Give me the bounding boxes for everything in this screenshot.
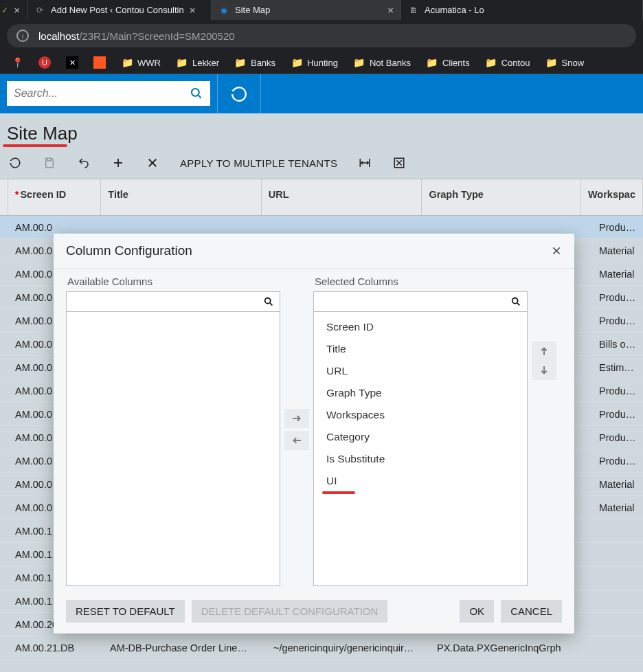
url-input[interactable]: i localhost/23R1/Main?ScreenId=SM200520 [7, 24, 636, 47]
bookmark-folder[interactable]: 📁Contou [480, 54, 536, 71]
order-controls [528, 273, 561, 586]
browser-tab[interactable]: ✓ × [0, 0, 27, 20]
bookmark[interactable]: ✕ [60, 54, 84, 71]
bookmark[interactable]: 📍 [5, 54, 29, 71]
cell-url: ~/genericinquiry/genericinquir… [267, 642, 430, 653]
column-config-dialog: Column Configuration Available Columns S… [54, 234, 574, 634]
bookmark-folder[interactable]: 📁Snow [540, 54, 590, 71]
cell-title: AM-DB-Purchase Order Line… [103, 642, 267, 653]
list-item[interactable]: Workspaces [314, 404, 527, 426]
search-icon[interactable] [510, 296, 521, 307]
app-icon: ✕ [66, 56, 78, 69]
bookmark-folder[interactable]: 📁Clients [420, 54, 475, 71]
list-item[interactable]: Graph Type [314, 382, 527, 404]
page-title: Site Map [3, 113, 82, 146]
table-row[interactable]: AM.00.21.DBAM-DB-Purchase Order Line…~/g… [0, 636, 643, 660]
folder-icon: 📁 [353, 56, 365, 69]
browser-tab-active[interactable]: ◉ Site Map × [212, 0, 401, 20]
browser-tab[interactable]: 🗎 Acumatica - Lo [401, 0, 643, 20]
browser-tab[interactable]: ⟳ Add New Post ‹ Contou Consultin × [27, 0, 212, 20]
col-header-title[interactable]: Title [101, 179, 262, 215]
fit-width-icon[interactable] [358, 157, 372, 169]
cell-workspace: Material [592, 502, 643, 513]
list-item[interactable]: Is Substitute [314, 448, 527, 470]
svg-point-14 [265, 298, 271, 304]
add-icon[interactable] [111, 157, 125, 169]
cancel-button[interactable]: CANCEL [501, 600, 562, 623]
folder-icon: 📁 [234, 56, 247, 69]
apply-tenants-button[interactable]: APPLY TO MULTIPLE TENANTS [180, 157, 337, 169]
tab-title: Add New Post ‹ Contou Consultin [51, 5, 184, 15]
selected-label: Selected Columns [313, 273, 528, 291]
col-header-workspace[interactable]: Workspac [581, 179, 643, 215]
list-item[interactable]: Category [314, 426, 527, 448]
available-search-input[interactable] [72, 296, 263, 307]
bookmark[interactable]: U [33, 54, 56, 71]
cell-graph: PX.Data.PXGenericInqGrph [430, 642, 592, 653]
search-icon[interactable] [190, 87, 203, 100]
bookmark-folder[interactable]: 📁Banks [229, 54, 281, 71]
tab-favicon: ◉ [218, 5, 229, 16]
selected-listbox[interactable]: Screen IDTitleURLGraph TypeWorkspacesCat… [313, 312, 528, 586]
app-header [0, 74, 643, 113]
bookmark-folder[interactable]: 📁Not Banks [348, 54, 416, 71]
bookmark-folder[interactable]: 📁Hunting [285, 54, 343, 71]
folder-icon: 📁 [545, 56, 558, 69]
selected-search-input[interactable] [319, 296, 510, 307]
close-icon[interactable] [551, 245, 562, 256]
bookmark-folder[interactable]: 📁WWR [115, 54, 166, 71]
move-up-button[interactable] [532, 341, 556, 361]
reset-button[interactable]: RESET TO DEFAULT [66, 600, 185, 623]
move-right-button[interactable] [284, 409, 309, 428]
selected-search[interactable] [313, 291, 528, 312]
available-label: Available Columns [66, 273, 280, 291]
refresh-icon[interactable] [8, 157, 22, 169]
app-icon: U [38, 56, 51, 69]
move-down-button[interactable] [532, 361, 556, 380]
list-item[interactable]: Title [314, 338, 527, 360]
undo-icon[interactable] [77, 157, 91, 169]
col-header-url[interactable]: URL [262, 179, 422, 215]
search-icon[interactable] [263, 296, 274, 307]
close-icon[interactable]: × [14, 4, 20, 16]
cell-screen-id: AM.00.21.DB [8, 642, 103, 653]
available-columns-panel: Available Columns [66, 273, 280, 586]
list-item[interactable]: UI [314, 470, 527, 499]
ok-button[interactable]: OK [460, 600, 494, 623]
close-icon[interactable]: × [387, 4, 394, 16]
available-listbox[interactable] [66, 312, 280, 586]
svg-point-18 [512, 298, 518, 304]
cell-workspace: Productio [592, 315, 643, 326]
cell-workspace: Bills of M [592, 339, 643, 350]
delete-icon[interactable] [146, 157, 159, 169]
col-header-graph[interactable]: Graph Type [422, 179, 581, 215]
export-icon[interactable] [392, 157, 406, 169]
svg-point-0 [192, 89, 199, 96]
bookmarks-bar: 📍 U ✕ 📁WWR 📁Lekker 📁Banks 📁Hunting 📁Not … [0, 52, 643, 74]
bookmark-folder[interactable]: 📁Lekker [170, 54, 225, 71]
cell-workspace: Productio [592, 222, 643, 233]
grid-header: Screen ID Title URL Graph Type Workspac [0, 179, 643, 216]
available-search[interactable] [66, 291, 280, 312]
delete-default-button: DELETE DEFAULT CONFIGURATION [192, 600, 388, 623]
dialog-title: Column Configuration [66, 243, 192, 258]
global-search[interactable] [7, 81, 210, 106]
app-icon [93, 56, 106, 69]
search-input[interactable] [14, 87, 190, 100]
folder-icon: 📁 [291, 56, 303, 69]
col-header-screen-id[interactable]: Screen ID [8, 179, 102, 215]
list-item[interactable]: URL [314, 360, 527, 382]
list-item[interactable]: Screen ID [314, 316, 527, 338]
refresh-button[interactable] [218, 74, 260, 113]
svg-line-1 [199, 96, 201, 98]
tab-title: Site Map [235, 5, 270, 15]
cell-workspace: Material [592, 479, 643, 490]
cell-workspace: Productio [592, 409, 643, 420]
move-left-button[interactable] [284, 431, 309, 450]
folder-icon: 📁 [121, 56, 133, 69]
folder-icon: 📁 [485, 56, 497, 69]
bookmark[interactable] [88, 54, 111, 71]
site-info-icon[interactable]: i [16, 30, 29, 42]
close-icon[interactable]: × [190, 4, 196, 16]
folder-icon: 📁 [176, 56, 188, 69]
